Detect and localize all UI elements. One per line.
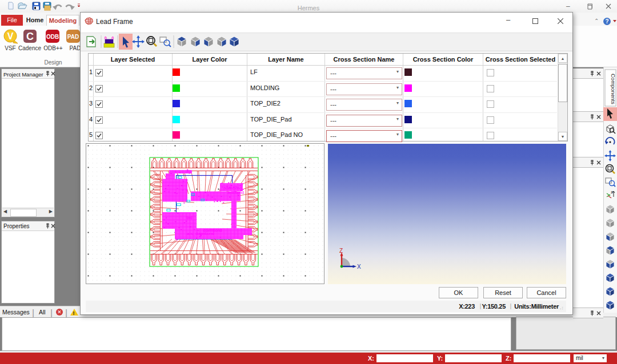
svg-text:Z: Z bbox=[339, 248, 343, 254]
svg-text:a=c_downbond: a=c_downbond bbox=[187, 232, 214, 236]
svg-text:X: X bbox=[357, 264, 361, 270]
svg-text:downbond: downbond bbox=[223, 186, 242, 190]
svg-text:Components: Components bbox=[610, 74, 616, 104]
svg-text:C: C bbox=[26, 31, 34, 42]
svg-text:ana/bond: ana/bond bbox=[227, 191, 244, 195]
svg-text:bnd: bnd bbox=[186, 216, 193, 220]
svg-text:V: V bbox=[7, 31, 14, 41]
svg-text:PAD: PAD bbox=[67, 34, 79, 40]
svg-text:ODB: ODB bbox=[46, 34, 59, 40]
svg-text:downbond: downbond bbox=[203, 228, 222, 232]
